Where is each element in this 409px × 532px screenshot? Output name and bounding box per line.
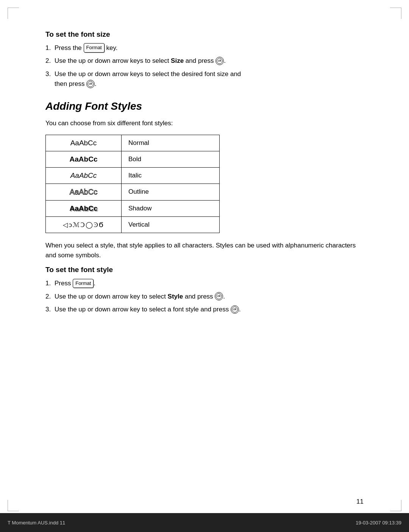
sample-bold: AaAbCc — [46, 151, 122, 167]
label-shadow: Shadow — [122, 200, 220, 216]
bold-style: Style — [168, 293, 183, 300]
step-num: 1. — [45, 278, 51, 288]
style-sample-bold: AaAbCc — [70, 155, 98, 163]
ok-button-1: ok — [215, 57, 224, 65]
sample-vertical: ◁ↄℳϽ◯ϿϬ — [46, 216, 122, 233]
table-row: AaAbCc Shadow — [46, 200, 220, 216]
ok-inner: ok — [216, 293, 222, 299]
step-3-2: 2. Use the up or down arrow key to selec… — [45, 292, 364, 302]
table-body: AaAbCc Normal AaAbCc Bold AaAbCc Italic … — [46, 135, 220, 233]
font-size-title: To set the font size — [45, 30, 364, 39]
style-sample-shadow: AaAbCc — [70, 204, 98, 212]
table-row: AaAbCc Bold — [46, 151, 220, 167]
sample-shadow: AaAbCc — [46, 200, 122, 216]
footer-left: T Momentum AUS.indd 11 — [8, 520, 65, 526]
label-normal: Normal — [122, 135, 220, 151]
format-key-1: Format — [84, 43, 105, 52]
step-num: 2. — [45, 56, 51, 66]
step-text: Press the Format key. — [55, 44, 117, 51]
font-style-steps: 1. Press Format. 2. Use the up or down a… — [45, 278, 364, 314]
label-bold: Bold — [122, 151, 220, 167]
step-text: Use the up or down arrow key to select a… — [55, 306, 241, 313]
ok-button-3: ok — [215, 292, 223, 300]
section-font-styles: Adding Font Styles You can choose from s… — [45, 100, 364, 260]
ok-inner: ok — [87, 81, 94, 87]
sample-normal: AaAbCc — [46, 135, 122, 151]
label-italic: Italic — [122, 167, 220, 184]
step-text: Use the up or down arrow key to select S… — [55, 293, 225, 300]
style-sample-italic: AaAbCc — [70, 171, 97, 179]
table-row: ◁ↄℳϽ◯ϿϬ Vertical — [46, 216, 220, 233]
bold-size: Size — [171, 57, 184, 64]
style-sample-outline: AaAbCc — [70, 188, 97, 196]
step-num: 2. — [45, 292, 51, 302]
ok-inner: ok — [217, 58, 223, 64]
page-content: To set the font size 1. Press the Format… — [0, 0, 409, 532]
step-1-3: 3. Use the up or down arrow keys to sele… — [45, 69, 364, 89]
step-num: 3. — [45, 305, 51, 314]
table-row: AaAbCc Italic — [46, 167, 220, 184]
step-num: 1. — [45, 43, 51, 53]
font-style-title: To set the font style — [45, 266, 364, 274]
section-set-font-style: To set the font style 1. Press Format. 2… — [45, 266, 364, 314]
ok-inner: ok — [232, 306, 238, 313]
section-font-size: To set the font size 1. Press the Format… — [45, 30, 364, 89]
format-key-2: Format — [73, 279, 94, 288]
footer-bar: T Momentum AUS.indd 11 19-03-2007 09:13:… — [0, 513, 409, 532]
style-sample-normal: AaAbCc — [70, 139, 97, 147]
sample-outline: AaAbCc — [46, 184, 122, 200]
label-outline: Outline — [122, 184, 220, 200]
page: To set the font size 1. Press the Format… — [0, 0, 409, 532]
font-size-steps: 1. Press the Format key. 2. Use the up o… — [45, 43, 364, 89]
step-text: Press Format. — [55, 280, 95, 287]
ok-button-2: ok — [86, 80, 95, 88]
ok-button-4: ok — [231, 305, 239, 314]
font-styles-title: Adding Font Styles — [45, 100, 364, 112]
table-row: AaAbCc Normal — [46, 135, 220, 151]
footer-right: 19-03-2007 09:13:39 — [356, 520, 401, 526]
step-text: Use the up or down arrow keys to select … — [55, 70, 241, 87]
step-text: Use the up or down arrow keys to select … — [55, 57, 226, 64]
font-styles-table: AaAbCc Normal AaAbCc Bold AaAbCc Italic … — [45, 135, 220, 233]
page-number: 11 — [356, 498, 364, 506]
label-vertical: Vertical — [122, 216, 220, 233]
style-sample-vertical: ◁ↄℳϽ◯ϿϬ — [63, 221, 104, 229]
step-3-3: 3. Use the up or down arrow key to selec… — [45, 305, 364, 314]
step-3-1: 1. Press Format. — [45, 278, 364, 288]
font-styles-description: When you select a style, that style appl… — [45, 241, 364, 261]
step-1-1: 1. Press the Format key. — [45, 43, 364, 53]
step-1-2: 2. Use the up or down arrow keys to sele… — [45, 56, 364, 66]
step-num: 3. — [45, 69, 51, 79]
sample-italic: AaAbCc — [46, 167, 122, 184]
table-row: AaAbCc Outline — [46, 184, 220, 200]
font-styles-intro: You can choose from six different font s… — [45, 118, 364, 128]
